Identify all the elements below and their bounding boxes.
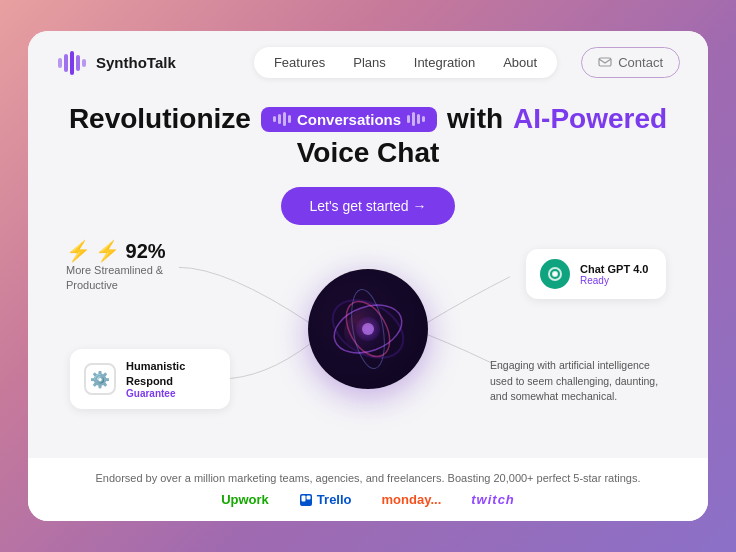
svg-rect-1 [64, 54, 68, 72]
logo-text: SynthoTalk [96, 54, 176, 71]
stat-label: More Streamlined & Productive [66, 263, 166, 294]
twitch-logo: twitch [471, 492, 515, 507]
nav-about[interactable]: About [503, 55, 537, 70]
nav-plans[interactable]: Plans [353, 55, 386, 70]
hero-title-ai: AI-Powered [513, 103, 667, 135]
logo-area: SynthoTalk [56, 46, 176, 78]
contact-label: Contact [618, 55, 663, 70]
chatgpt-icon [540, 259, 570, 289]
trello-icon [299, 493, 313, 507]
svg-rect-15 [306, 495, 310, 499]
nav-integration[interactable]: Integration [414, 55, 475, 70]
svg-point-12 [553, 272, 557, 276]
hero-badge-text: Conversations [297, 111, 401, 128]
mail-icon [598, 55, 612, 69]
stat-percent: ⚡ ⚡ 92% [66, 239, 166, 263]
right-description: Engaging with artificial intelligence us… [490, 358, 670, 405]
main-card: SynthoTalk Features Plans Integration Ab… [28, 31, 708, 521]
chatgpt-status: Ready [580, 275, 648, 286]
orb-shape [323, 284, 413, 374]
trello-logo: Trello [299, 492, 352, 507]
endorsed-text: Endorsed by over a million marketing tea… [56, 472, 680, 484]
chatgpt-info: Chat GPT 4.0 Ready [580, 263, 648, 286]
contact-button[interactable]: Contact [581, 47, 680, 78]
navbar: SynthoTalk Features Plans Integration Ab… [28, 31, 708, 93]
logos-row: Upwork Trello monday... twitch [56, 492, 680, 507]
left-stat: ⚡ ⚡ 92% More Streamlined & Productive [66, 239, 166, 294]
hero-title-row: Revolutionize Conversations with AI-Powe… [69, 103, 667, 135]
wave-bars-right [407, 112, 425, 126]
humanistic-text: Humanistic Respond Guarantee [126, 359, 216, 399]
logo-icon [56, 46, 88, 78]
middle-area: ⚡ ⚡ 92% More Streamlined & Productive [56, 239, 680, 419]
nav-features[interactable]: Features [274, 55, 325, 70]
hero-badge: Conversations [261, 107, 437, 132]
gear-icon: ⚙️ [84, 363, 116, 395]
nav-links: Features Plans Integration About [254, 47, 557, 78]
chatgpt-title: Chat GPT 4.0 [580, 263, 648, 275]
svg-rect-3 [76, 55, 80, 71]
hero-title-with: with [447, 103, 503, 135]
center-orb [308, 269, 428, 389]
svg-rect-4 [82, 59, 86, 67]
humanistic-subtitle: Guarantee [126, 388, 216, 399]
humanistic-title: Humanistic Respond [126, 359, 216, 388]
hero-title-left: Revolutionize [69, 103, 251, 135]
chatgpt-card: Chat GPT 4.0 Ready [526, 249, 666, 299]
humanistic-card: ⚙️ Humanistic Respond Guarantee [70, 349, 230, 409]
wave-bars-left [273, 112, 291, 126]
svg-rect-14 [301, 495, 305, 501]
svg-rect-0 [58, 58, 62, 68]
svg-rect-5 [599, 58, 611, 66]
cta-button[interactable]: Let's get started → [281, 187, 454, 225]
endorsed-strip: Endorsed by over a million marketing tea… [28, 458, 708, 521]
hero-subtitle: Voice Chat [297, 137, 440, 169]
hero-section: Revolutionize Conversations with AI-Powe… [28, 93, 708, 458]
monday-logo: monday... [382, 492, 442, 507]
upwork-logo: Upwork [221, 492, 269, 507]
openai-icon [546, 265, 564, 283]
stat-value: ⚡ 92% [95, 239, 166, 263]
svg-rect-2 [70, 51, 74, 75]
lightning-icon: ⚡ [66, 239, 91, 263]
